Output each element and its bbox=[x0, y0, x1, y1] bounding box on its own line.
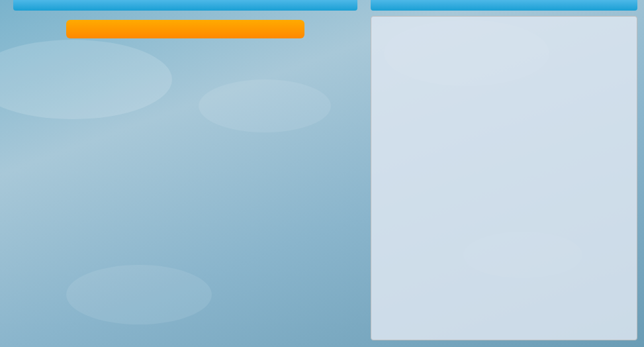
step-header bbox=[13, 0, 357, 11]
left-panel bbox=[0, 0, 371, 347]
generate-code-button[interactable] bbox=[66, 20, 304, 38]
json-box bbox=[371, 16, 637, 340]
json-header bbox=[371, 0, 637, 11]
right-panel bbox=[371, 0, 644, 347]
